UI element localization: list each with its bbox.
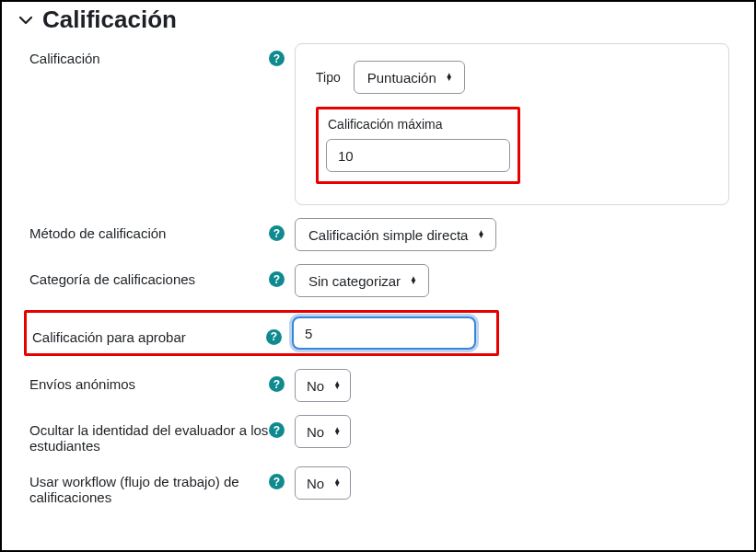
highlight-grade-to-pass: Calificación para aprobar ? (24, 310, 499, 356)
label-hide-grader: Ocultar la identidad del evaluador a los… (29, 422, 269, 454)
highlight-max-grade: Calificación máxima (316, 107, 520, 184)
help-icon[interactable]: ? (269, 271, 285, 287)
sort-icon (333, 428, 343, 435)
sort-icon (333, 382, 343, 389)
label-grade-to-pass: Calificación para aprobar (32, 329, 266, 345)
label-max-grade: Calificación máxima (328, 117, 510, 132)
input-max-grade[interactable] (326, 139, 510, 172)
label-grading-method: Método de calificación (29, 225, 269, 241)
grade-panel: Tipo Puntuación Calificación máxima (295, 43, 729, 205)
help-icon[interactable]: ? (269, 474, 285, 489)
sort-icon (410, 277, 419, 284)
help-icon[interactable]: ? (269, 422, 285, 438)
label-anon: Envíos anónimos (29, 376, 269, 392)
select-hide-grader[interactable]: No (295, 415, 351, 448)
sort-icon (477, 231, 486, 238)
label-grade: Calificación (29, 51, 269, 66)
label-grade-category: Categoría de calificaciones (29, 271, 269, 287)
sort-icon (446, 74, 455, 81)
help-icon[interactable]: ? (269, 51, 285, 66)
help-icon[interactable]: ? (269, 376, 285, 392)
select-grade-category[interactable]: Sin categorizar (295, 264, 429, 297)
select-workflow[interactable]: No (295, 466, 351, 500)
sort-icon (333, 479, 343, 487)
select-anon[interactable]: No (295, 369, 351, 402)
label-workflow: Usar workflow (flujo de trabajo) de cali… (29, 474, 269, 505)
section-toggle[interactable]: Calificación (18, 6, 738, 34)
chevron-down-icon (18, 13, 33, 28)
help-icon[interactable]: ? (269, 225, 285, 241)
section-title: Calificación (42, 6, 177, 34)
select-tipo[interactable]: Puntuación (354, 61, 465, 94)
input-grade-to-pass[interactable] (292, 316, 476, 350)
help-icon[interactable]: ? (266, 329, 282, 345)
select-grading-method[interactable]: Calificación simple directa (295, 218, 496, 251)
label-tipo: Tipo (316, 70, 341, 85)
